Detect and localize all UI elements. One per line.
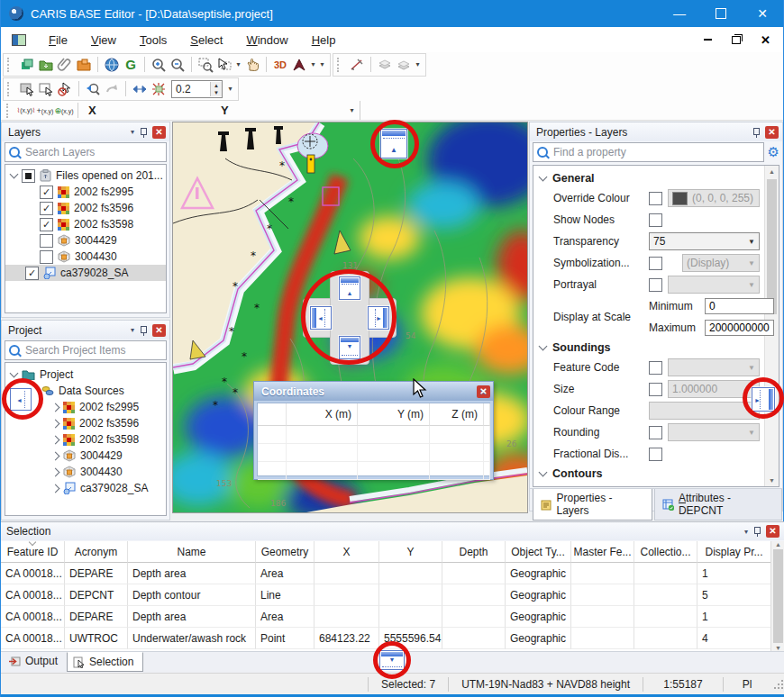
cell-y[interactable] [379, 584, 442, 606]
checkbox[interactable] [649, 448, 662, 461]
checkbox[interactable] [40, 218, 53, 231]
tab-properties-layers[interactable]: Properties - Layers [533, 489, 652, 520]
close-icon[interactable]: ✕ [477, 385, 490, 398]
scroll-up-icon[interactable]: ▲ [775, 541, 781, 548]
tree-row[interactable]: Files opened on 201... [5, 167, 166, 184]
checkbox[interactable] [649, 426, 662, 439]
cell-depth[interactable] [442, 606, 506, 628]
cell-feature-id[interactable]: CA 00018... [1, 563, 65, 584]
cell-acronym[interactable]: DEPCNT [65, 584, 128, 606]
checkbox[interactable] [649, 213, 662, 227]
minimize-button[interactable]: — [659, 0, 700, 27]
tree-row[interactable]: 2002 fs3598 [5, 431, 166, 448]
north-arrow-dropdown-icon[interactable]: ▾ [309, 60, 317, 68]
tab-output[interactable]: Output [3, 652, 67, 670]
chevron-down-icon[interactable] [10, 170, 19, 179]
cell-x[interactable] [315, 606, 379, 628]
property-search-input[interactable]: Find a property [533, 142, 764, 162]
tree-item-label[interactable]: 2002 fs2995 [79, 401, 139, 413]
select-by-rectangle-icon[interactable] [18, 80, 36, 98]
column-header-name[interactable]: Name [128, 541, 256, 563]
cell-name[interactable]: Depth area [128, 563, 256, 584]
cell-object-type[interactable]: Geographic [506, 563, 571, 584]
toolbar-grip[interactable] [337, 58, 343, 72]
layer-copy-icon[interactable] [376, 56, 394, 74]
coordinate-dropdown-icon[interactable]: ▾ [348, 106, 356, 114]
cell-name[interactable]: Underwater/awash rock [128, 628, 256, 649]
select-by-polygon-icon[interactable] [37, 80, 55, 98]
cell-acronym[interactable]: DEPARE [65, 563, 128, 584]
checkbox[interactable] [649, 361, 662, 375]
menu-tools[interactable]: Tools [128, 30, 178, 50]
column-header-geometry[interactable]: Geometry [256, 541, 315, 563]
zoom-area-icon[interactable] [196, 56, 214, 74]
cell-geometry[interactable]: Area [256, 606, 315, 628]
pan-icon[interactable] [243, 56, 261, 74]
next-view-icon[interactable] [103, 80, 121, 98]
coordinate-add-icon[interactable]: +(x,y) [36, 102, 54, 120]
section-soundings[interactable]: Soundings [533, 339, 765, 357]
toolbar-overflow-icon[interactable]: ▾ [226, 85, 234, 93]
maximize-button[interactable] [700, 0, 742, 27]
project-search-input[interactable]: Search Project Items [5, 340, 167, 360]
column-header-master-feature[interactable]: Master Fe... [571, 541, 634, 563]
scrollbar-thumb[interactable] [767, 179, 777, 314]
mdi-minimize-icon[interactable] [704, 39, 712, 41]
cell-x[interactable]: 684123.22 [315, 628, 379, 649]
cell-feature-id[interactable]: CA 00018... [1, 606, 65, 628]
panel-menu-icon[interactable]: ▾ [744, 528, 748, 536]
column-header-feature-id[interactable]: Feature ID [1, 541, 65, 563]
cell-y[interactable] [379, 563, 442, 584]
select-tool-dropdown-icon[interactable]: ▾ [234, 60, 242, 68]
checkbox[interactable] [649, 192, 662, 205]
chevron-right-icon[interactable] [51, 419, 60, 428]
tree-row[interactable]: 3004430 [5, 249, 166, 265]
checkbox[interactable] [40, 186, 53, 199]
cell-collection[interactable] [634, 628, 697, 649]
column-header-depth[interactable]: Depth [442, 541, 506, 563]
scroll-up-icon[interactable]: ▲ [769, 166, 775, 177]
cell-geometry[interactable]: Line [256, 584, 315, 606]
scroll-down-icon[interactable]: ▼ [775, 645, 781, 651]
close-icon[interactable]: ✕ [765, 126, 779, 139]
tab-attributes-depcnt[interactable]: Attributes - DEPCNT [654, 489, 782, 520]
scrollbar-thumb[interactable] [773, 549, 783, 643]
select-tool-icon[interactable] [215, 56, 233, 74]
tree-item-label[interactable]: 2002 fs3598 [79, 433, 139, 446]
deselect-icon[interactable] [56, 80, 74, 98]
resize-grip[interactable] [772, 678, 784, 691]
cell-master-feature[interactable] [571, 584, 634, 606]
tree-row[interactable]: 2002 fs3598 [5, 216, 166, 232]
tree-item-label[interactable]: 2002 fs2995 [74, 186, 133, 198]
cell-y[interactable] [379, 606, 442, 628]
close-icon[interactable]: ✕ [766, 525, 779, 538]
cell-name[interactable]: Depth area [128, 606, 256, 628]
chevron-right-icon[interactable] [51, 403, 60, 412]
transparency-dropdown[interactable]: 75▼ [649, 232, 760, 250]
zoom-out-icon[interactable] [169, 56, 187, 74]
close-icon[interactable]: ✕ [152, 126, 166, 139]
menu-select[interactable]: Select [178, 30, 234, 50]
pin-icon[interactable] [139, 325, 148, 336]
column-header-display-priority[interactable]: Display Pr... [697, 541, 771, 563]
tree-row[interactable]: 3004430 [5, 464, 166, 480]
maximum-scale-input[interactable]: 2000000000 [705, 320, 774, 336]
cell-collection[interactable] [634, 584, 697, 606]
cell-feature-id[interactable]: CA 00018... [1, 584, 65, 606]
toolbar-overflow-icon[interactable]: ▾ [318, 60, 326, 68]
tree-item-label[interactable]: Files opened on 201... [56, 169, 163, 182]
cell-master-feature[interactable] [571, 628, 634, 649]
close-icon[interactable]: ✕ [152, 324, 166, 337]
section-contours[interactable]: Contours [533, 465, 765, 483]
tree-item-label[interactable]: 3004429 [80, 449, 123, 462]
zoom-in-icon[interactable] [150, 56, 168, 74]
checkbox[interactable] [25, 267, 39, 280]
coordinates-window[interactable]: Coordinates ✕ X (m) Y (m) Z (m) [253, 381, 494, 480]
pin-icon[interactable] [139, 127, 148, 138]
cell-object-type[interactable]: Geographic [506, 606, 571, 628]
column-header-collection[interactable]: Collectio... [634, 541, 697, 563]
column-header-x[interactable]: X [315, 541, 379, 563]
toolbar-overflow-icon[interactable]: ▾ [414, 60, 422, 68]
tree-row[interactable]: 2002 fs2995 [5, 184, 166, 200]
cell-object-type[interactable]: Geographic [506, 628, 571, 649]
